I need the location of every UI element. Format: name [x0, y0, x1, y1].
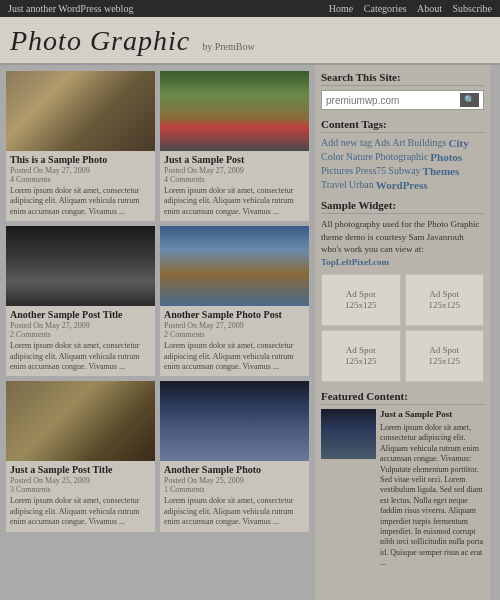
- ad-spot-label: Ad Spot: [346, 345, 376, 357]
- ad-spots-grid: Ad Spot 125x125 Ad Spot 125x125 Ad Spot …: [321, 274, 484, 382]
- nav-categories[interactable]: Categories: [364, 3, 407, 14]
- tag-ads[interactable]: Ads: [374, 137, 390, 149]
- tags-section: Content Tags: Add new tag Ads Art Buildi…: [321, 118, 484, 191]
- featured-thumbnail[interactable]: [321, 409, 376, 459]
- widget-text: All photography used for the Photo Graph…: [321, 218, 484, 268]
- main-layout: This is a Sample Photo Posted On May 27,…: [0, 65, 500, 600]
- post-meta: Posted On May 25, 20091 Comments: [164, 476, 305, 494]
- nav-home[interactable]: Home: [329, 3, 353, 14]
- post-title[interactable]: This is a Sample Photo: [10, 154, 151, 165]
- tag-pictures[interactable]: Pictures: [321, 165, 353, 177]
- tag-travel[interactable]: Travel: [321, 179, 347, 191]
- post-thumbnail[interactable]: [6, 71, 155, 151]
- ad-spot-2[interactable]: Ad Spot 125x125: [405, 274, 485, 326]
- posts-grid: This is a Sample Photo Posted On May 27,…: [6, 71, 309, 532]
- post-meta: Posted On May 27, 20092 Comments: [10, 321, 151, 339]
- post-title[interactable]: Another Sample Post Title: [10, 309, 151, 320]
- post-excerpt: Lorem ipsum dolor sit amet, consectetur …: [10, 496, 151, 527]
- tag-photos[interactable]: Photos: [430, 151, 462, 163]
- nav-about[interactable]: About: [417, 3, 442, 14]
- post-item: Another Sample Post Title Posted On May …: [6, 226, 155, 376]
- post-title[interactable]: Just a Sample Post Title: [10, 464, 151, 475]
- tag-add-new-tag[interactable]: Add new tag: [321, 137, 372, 149]
- featured-text: Just a Sample Post Lorem ipsum dolor sit…: [380, 409, 484, 568]
- post-item: Another Sample Photo Posted On May 25, 2…: [160, 381, 309, 531]
- featured-post-excerpt: Lorem ipsum dolor sit amet, consectetur …: [380, 423, 483, 567]
- tag-photographic[interactable]: Photographic: [375, 151, 428, 163]
- post-thumbnail[interactable]: [160, 381, 309, 461]
- ad-spot-size: 125x125: [429, 300, 461, 312]
- post-item: Another Sample Photo Post Posted On May …: [160, 226, 309, 376]
- site-subtitle: by PremBow: [202, 41, 255, 52]
- ad-spot-size: 125x125: [345, 356, 377, 368]
- top-navigation: Just another WordPress weblog Home Categ…: [0, 0, 500, 17]
- tag-urban[interactable]: Urban: [349, 179, 374, 191]
- tag-color[interactable]: Color: [321, 151, 344, 163]
- post-excerpt: Lorem ipsum dolor sit amet, consectetur …: [10, 186, 151, 217]
- post-info: Another Sample Photo Post Posted On May …: [160, 306, 309, 376]
- tags-section-title: Content Tags:: [321, 118, 484, 133]
- nav-links: Home Categories About Subscribe: [321, 3, 492, 14]
- widget-section-title: Sample Widget:: [321, 199, 484, 214]
- post-excerpt: Lorem ipsum dolor sit amet, consectetur …: [10, 341, 151, 372]
- post-info: Another Sample Post Title Posted On May …: [6, 306, 155, 376]
- tags-container: Add new tag Ads Art Buildings City Color…: [321, 137, 484, 191]
- post-title[interactable]: Another Sample Photo: [164, 464, 305, 475]
- search-input[interactable]: [326, 95, 460, 106]
- tag-subway[interactable]: Subway: [388, 165, 420, 177]
- tag-wordpress[interactable]: WordPress: [376, 179, 428, 191]
- post-info: Just a Sample Post Posted On May 27, 200…: [160, 151, 309, 221]
- post-meta: Posted On May 27, 20094 Comments: [164, 166, 305, 184]
- post-title[interactable]: Another Sample Photo Post: [164, 309, 305, 320]
- tag-nature[interactable]: Nature: [346, 151, 373, 163]
- ad-spot-label: Ad Spot: [346, 289, 376, 301]
- post-title[interactable]: Just a Sample Post: [164, 154, 305, 165]
- search-button[interactable]: 🔍: [460, 93, 479, 107]
- tag-art[interactable]: Art: [392, 137, 405, 149]
- post-meta: Posted On May 27, 20092 Comments: [164, 321, 305, 339]
- post-meta: Posted On May 25, 20093 Comments: [10, 476, 151, 494]
- ad-spot-label: Ad Spot: [429, 289, 459, 301]
- nav-subscribe[interactable]: Subscribe: [453, 3, 492, 14]
- widget-link[interactable]: TopLeftPixel.com: [321, 257, 389, 267]
- site-title: Photo Graphic: [10, 25, 198, 56]
- featured-section: Featured Content: Just a Sample Post Lor…: [321, 390, 484, 568]
- site-tagline: Just another WordPress weblog: [8, 3, 133, 14]
- ad-spot-size: 125x125: [345, 300, 377, 312]
- tag-press75[interactable]: Press75: [355, 165, 386, 177]
- tag-city[interactable]: City: [448, 137, 468, 149]
- ad-spot-1[interactable]: Ad Spot 125x125: [321, 274, 401, 326]
- ad-spot-3[interactable]: Ad Spot 125x125: [321, 330, 401, 382]
- post-thumbnail[interactable]: [160, 226, 309, 306]
- widget-section: Sample Widget: All photography used for …: [321, 199, 484, 382]
- tag-buildings[interactable]: Buildings: [408, 137, 447, 149]
- post-item: Just a Sample Post Title Posted On May 2…: [6, 381, 155, 531]
- search-box: 🔍: [321, 90, 484, 110]
- search-section: Search This Site: 🔍: [321, 71, 484, 110]
- featured-item: Just a Sample Post Lorem ipsum dolor sit…: [321, 409, 484, 568]
- post-meta: Posted On May 27, 20094 Comments: [10, 166, 151, 184]
- post-item: Just a Sample Post Posted On May 27, 200…: [160, 71, 309, 221]
- featured-post-title[interactable]: Just a Sample Post: [380, 409, 484, 421]
- sidebar: Search This Site: 🔍 Content Tags: Add ne…: [315, 65, 490, 600]
- post-excerpt: Lorem ipsum dolor sit amet, consectetur …: [164, 496, 305, 527]
- search-section-title: Search This Site:: [321, 71, 484, 86]
- site-header: Photo Graphic by PremBow: [0, 17, 500, 65]
- post-thumbnail[interactable]: [6, 381, 155, 461]
- tag-themes[interactable]: Themes: [423, 165, 460, 177]
- ad-spot-4[interactable]: Ad Spot 125x125: [405, 330, 485, 382]
- post-thumbnail[interactable]: [6, 226, 155, 306]
- post-info: Another Sample Photo Posted On May 25, 2…: [160, 461, 309, 531]
- post-info: Just a Sample Post Title Posted On May 2…: [6, 461, 155, 531]
- post-excerpt: Lorem ipsum dolor sit amet, consectetur …: [164, 341, 305, 372]
- post-thumbnail[interactable]: [160, 71, 309, 151]
- featured-section-title: Featured Content:: [321, 390, 484, 405]
- post-item: This is a Sample Photo Posted On May 27,…: [6, 71, 155, 221]
- post-excerpt: Lorem ipsum dolor sit amet, consectetur …: [164, 186, 305, 217]
- post-info: This is a Sample Photo Posted On May 27,…: [6, 151, 155, 221]
- ad-spot-size: 125x125: [429, 356, 461, 368]
- content-area: This is a Sample Photo Posted On May 27,…: [0, 65, 315, 600]
- ad-spot-label: Ad Spot: [429, 345, 459, 357]
